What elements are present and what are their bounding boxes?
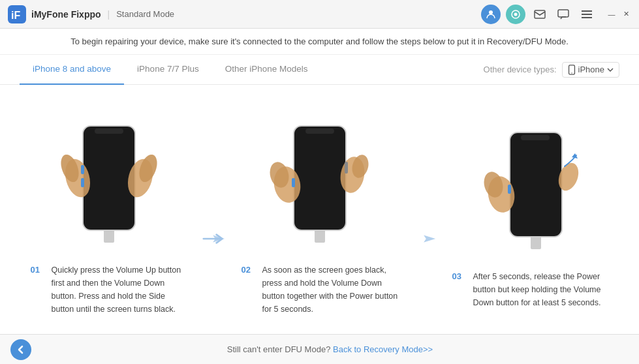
close-button[interactable]: ✕ bbox=[621, 9, 631, 20]
arrow-2-svg bbox=[413, 231, 437, 247]
arrow-2 bbox=[409, 179, 441, 247]
mail-icon[interactable] bbox=[531, 5, 549, 23]
svg-rect-18 bbox=[81, 178, 84, 187]
step-2-illustration bbox=[255, 110, 385, 253]
device-type-label: Other device types: bbox=[484, 65, 557, 74]
svg-marker-31 bbox=[424, 235, 435, 243]
svg-point-4 bbox=[514, 12, 518, 16]
app-logo: iF bbox=[8, 5, 26, 23]
steps-area: 01 Quickly press the Volume Up button fi… bbox=[0, 85, 639, 334]
step-2-phone-svg bbox=[255, 113, 385, 250]
step-2-text: 02 As soon as the screen goes black, pre… bbox=[242, 264, 398, 316]
menu-icon[interactable] bbox=[578, 5, 596, 23]
notice-bar: To begin repairing your device, make sur… bbox=[0, 29, 639, 55]
svg-point-2 bbox=[489, 10, 493, 14]
back-button[interactable] bbox=[10, 339, 31, 360]
step-1-phone-svg bbox=[44, 113, 174, 250]
title-separator: | bbox=[108, 9, 110, 20]
recovery-mode-link[interactable]: Back to Recovery Mode>> bbox=[333, 344, 433, 354]
phone-icon bbox=[568, 65, 576, 75]
title-bar: iF iMyFone Fixppo | Standard Mode — ✕ bbox=[0, 0, 639, 29]
svg-rect-6 bbox=[558, 10, 569, 17]
bottom-center: Still can't enter DFU Mode? Back to Reco… bbox=[31, 344, 629, 354]
tabs-row: iPhone 8 and above iPhone 7/7 Plus Other… bbox=[0, 55, 639, 85]
tab-iphone7[interactable]: iPhone 7/7 Plus bbox=[124, 55, 212, 85]
title-icons: — ✕ bbox=[481, 5, 631, 24]
tab-iphone8[interactable]: iPhone 8 and above bbox=[20, 55, 124, 85]
svg-rect-5 bbox=[535, 10, 545, 18]
step-2-block: 02 As soon as the screen goes black, pre… bbox=[230, 110, 409, 316]
music-icon[interactable] bbox=[506, 5, 525, 24]
svg-rect-34 bbox=[531, 236, 541, 249]
step-2-number: 02 bbox=[242, 264, 257, 277]
svg-point-11 bbox=[571, 72, 572, 73]
svg-rect-32 bbox=[510, 132, 562, 237]
step-1-number: 01 bbox=[31, 264, 46, 277]
svg-rect-37 bbox=[508, 185, 511, 194]
svg-rect-13 bbox=[95, 129, 123, 134]
step-3-phone-svg bbox=[465, 119, 596, 256]
svg-marker-39 bbox=[572, 153, 578, 159]
svg-rect-17 bbox=[81, 165, 84, 174]
chevron-down-icon bbox=[607, 68, 614, 72]
device-type-selected: iPhone bbox=[578, 65, 604, 74]
svg-text:iF: iF bbox=[11, 10, 20, 21]
step-3-block: 03 After 5 seconds, release the Power bu… bbox=[441, 116, 619, 309]
chat-icon[interactable] bbox=[554, 5, 572, 23]
svg-rect-30 bbox=[292, 178, 295, 187]
svg-rect-23 bbox=[305, 129, 334, 134]
arrow-1-svg bbox=[202, 231, 226, 247]
arrow-1 bbox=[198, 179, 230, 247]
tab-other-iphone[interactable]: Other iPhone Models bbox=[212, 55, 321, 85]
window-controls: — ✕ bbox=[606, 9, 631, 20]
svg-rect-33 bbox=[521, 135, 550, 140]
svg-rect-14 bbox=[104, 230, 114, 243]
step-1-text: 01 Quickly press the Volume Up button fi… bbox=[31, 264, 187, 316]
svg-rect-24 bbox=[315, 230, 325, 243]
user-icon[interactable] bbox=[481, 5, 501, 24]
svg-rect-12 bbox=[83, 126, 135, 230]
app-name: iMyFone Fixppo bbox=[31, 9, 101, 20]
device-type-selector: Other device types: iPhone bbox=[484, 62, 619, 78]
mode-label: Standard Mode bbox=[116, 9, 481, 19]
step-1-description: Quickly press the Volume Up button first… bbox=[52, 264, 187, 316]
svg-rect-29 bbox=[345, 162, 348, 174]
step-3-text: 03 After 5 seconds, release the Power bu… bbox=[452, 270, 609, 309]
step-1-block: 01 Quickly press the Volume Up button fi… bbox=[20, 110, 198, 316]
back-arrow-icon bbox=[16, 344, 26, 355]
step-3-illustration bbox=[465, 116, 596, 260]
notice-text: To begin repairing your device, make sur… bbox=[70, 37, 569, 46]
dfu-hint: Still can't enter DFU Mode? bbox=[227, 344, 331, 354]
bottom-bar: Still can't enter DFU Mode? Back to Reco… bbox=[0, 334, 639, 364]
device-type-dropdown[interactable]: iPhone bbox=[562, 62, 619, 78]
step-3-description: After 5 seconds, release the Power butto… bbox=[473, 270, 609, 309]
step-2-description: As soon as the screen goes black, press … bbox=[262, 264, 398, 316]
step-3-number: 03 bbox=[452, 270, 468, 284]
step-1-illustration bbox=[44, 110, 174, 253]
minimize-button[interactable]: — bbox=[606, 9, 617, 20]
main-content: To begin repairing your device, make sur… bbox=[0, 29, 639, 364]
svg-rect-22 bbox=[294, 126, 346, 230]
